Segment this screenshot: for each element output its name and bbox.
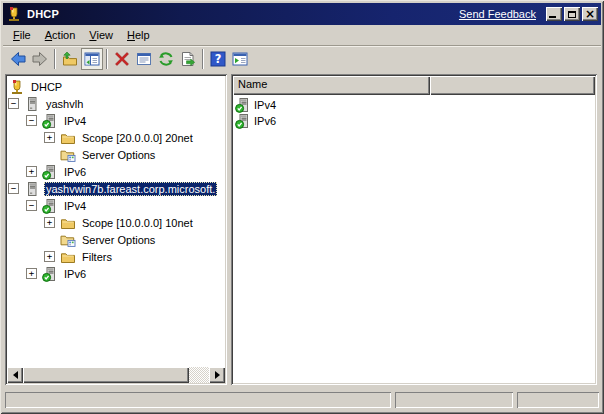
- menu-help[interactable]: Help: [120, 27, 157, 43]
- window-title: DHCP: [27, 8, 59, 20]
- toolbar-separator: [202, 49, 204, 69]
- tree-item-ipv4[interactable]: − IPv4: [7, 197, 225, 214]
- collapse-icon[interactable]: −: [26, 200, 37, 211]
- send-feedback-link[interactable]: Send Feedback: [459, 8, 536, 20]
- close-icon: ×: [585, 9, 595, 19]
- folder-options-icon: [60, 232, 76, 248]
- column-header-empty: [430, 76, 595, 95]
- menu-action[interactable]: Action: [38, 27, 83, 43]
- expander-spacer: [44, 149, 55, 160]
- status-cell: [395, 392, 513, 408]
- tree-item-label: DHCP: [29, 80, 64, 94]
- tree-item-scope-10net[interactable]: + Scope [10.0.0.0] 10net: [7, 214, 225, 231]
- status-cell: [517, 392, 599, 408]
- tree-item-server-yashvwin7b[interactable]: − yashvwin7b.fareast.corp.microsoft.: [7, 180, 225, 197]
- delete-button[interactable]: [111, 48, 133, 70]
- scroll-right-button[interactable]: [209, 367, 225, 383]
- refresh-button[interactable]: [155, 48, 177, 70]
- expand-icon[interactable]: +: [44, 132, 55, 143]
- tree-item-ipv6[interactable]: + IPv6: [7, 265, 225, 282]
- menu-file[interactable]: File: [6, 27, 38, 43]
- tree-item-label: IPv4: [62, 199, 88, 213]
- toolbar-separator: [106, 49, 108, 69]
- expand-icon[interactable]: +: [26, 268, 37, 279]
- properties-window-icon: [136, 51, 152, 67]
- tree-item-label-selected: yashvwin7b.fareast.corp.microsoft.: [44, 182, 217, 196]
- tree-item-label: Filters: [80, 250, 114, 264]
- minimize-button[interactable]: [546, 7, 562, 21]
- server-check-icon: [42, 198, 58, 214]
- properties-button[interactable]: [133, 48, 155, 70]
- server-check-icon: [42, 164, 58, 180]
- console-tree-icon: [84, 51, 100, 67]
- list-rows: IPv4 IPv6: [233, 95, 595, 129]
- left-arrow-icon: [9, 371, 18, 379]
- maximize-icon: [568, 11, 576, 18]
- console-tree: DHCP − yashvlh − IPv4 + Scope [20.0.0.0]…: [7, 76, 225, 367]
- tree-item-label: Scope [10.0.0.0] 10net: [80, 216, 195, 230]
- server-check-icon: [235, 113, 251, 129]
- expander-spacer: [44, 234, 55, 245]
- tree-item-ipv6[interactable]: + IPv6: [7, 163, 225, 180]
- dhcp-mmc-window: DHCP Send Feedback × File Action View He…: [0, 0, 604, 414]
- column-header-name[interactable]: Name: [233, 76, 430, 95]
- tree-item-dhcp-root[interactable]: DHCP: [7, 78, 225, 95]
- horizontal-scrollbar[interactable]: [7, 367, 225, 383]
- list-item-label: IPv4: [254, 99, 276, 111]
- results-list: Name IPv4 IPv6: [233, 76, 595, 383]
- folder-up-arrow-icon: [62, 51, 78, 67]
- folder-options-icon: [60, 147, 76, 163]
- expand-icon[interactable]: +: [44, 251, 55, 262]
- toolbar: [3, 45, 601, 73]
- export-list-icon: [180, 51, 196, 67]
- maximize-button[interactable]: [564, 7, 580, 21]
- forward-arrow-icon: [32, 51, 48, 67]
- help-button[interactable]: [207, 48, 229, 70]
- menu-view[interactable]: View: [82, 27, 120, 43]
- status-cell: [5, 392, 391, 408]
- show-hide-action-pane-button[interactable]: [229, 48, 251, 70]
- folder-icon: [60, 249, 76, 265]
- close-button[interactable]: ×: [582, 7, 598, 21]
- collapse-icon[interactable]: −: [8, 183, 19, 194]
- scroll-left-button[interactable]: [7, 367, 23, 383]
- export-list-button[interactable]: [177, 48, 199, 70]
- folder-icon: [60, 215, 76, 231]
- server-check-icon: [42, 113, 58, 129]
- results-pane: Name IPv4 IPv6: [231, 74, 597, 385]
- statusbar: [3, 389, 601, 409]
- scrollbar-thumb[interactable]: [23, 367, 189, 383]
- titlebar: DHCP Send Feedback ×: [3, 3, 601, 25]
- tree-item-scope-20net[interactable]: + Scope [20.0.0.0] 20net: [7, 129, 225, 146]
- back-button[interactable]: [7, 48, 29, 70]
- tree-item-filters[interactable]: + Filters: [7, 248, 225, 265]
- collapse-icon[interactable]: −: [8, 98, 19, 109]
- tree-item-ipv4[interactable]: − IPv4: [7, 112, 225, 129]
- forward-button[interactable]: [29, 48, 51, 70]
- expand-icon[interactable]: +: [26, 166, 37, 177]
- show-hide-console-tree-button[interactable]: [81, 48, 103, 70]
- help-question-icon: [210, 51, 226, 67]
- expand-icon[interactable]: +: [44, 217, 55, 228]
- up-one-level-button[interactable]: [59, 48, 81, 70]
- toolbar-separator: [54, 49, 56, 69]
- tree-item-label: yashvlh: [44, 97, 85, 111]
- tree-item-label: Server Options: [80, 148, 157, 162]
- server-icon: [24, 181, 40, 197]
- list-item-ipv4[interactable]: IPv4: [233, 97, 595, 113]
- action-pane-icon: [232, 51, 248, 67]
- red-x-icon: [114, 51, 130, 67]
- right-arrow-icon: [215, 371, 224, 379]
- tree-item-server-yashvlh[interactable]: − yashvlh: [7, 95, 225, 112]
- collapse-icon[interactable]: −: [26, 115, 37, 126]
- tree-item-label: IPv4: [62, 114, 88, 128]
- tree-item-server-options[interactable]: Server Options: [7, 231, 225, 248]
- tree-item-server-options[interactable]: Server Options: [7, 146, 225, 163]
- server-check-icon: [235, 97, 251, 113]
- list-item-label: IPv6: [254, 115, 276, 127]
- folder-icon: [60, 130, 76, 146]
- tree-item-label: IPv6: [62, 267, 88, 281]
- refresh-icon: [158, 51, 174, 67]
- list-item-ipv6[interactable]: IPv6: [233, 113, 595, 129]
- console-tree-pane: DHCP − yashvlh − IPv4 + Scope [20.0.0.0]…: [5, 74, 227, 385]
